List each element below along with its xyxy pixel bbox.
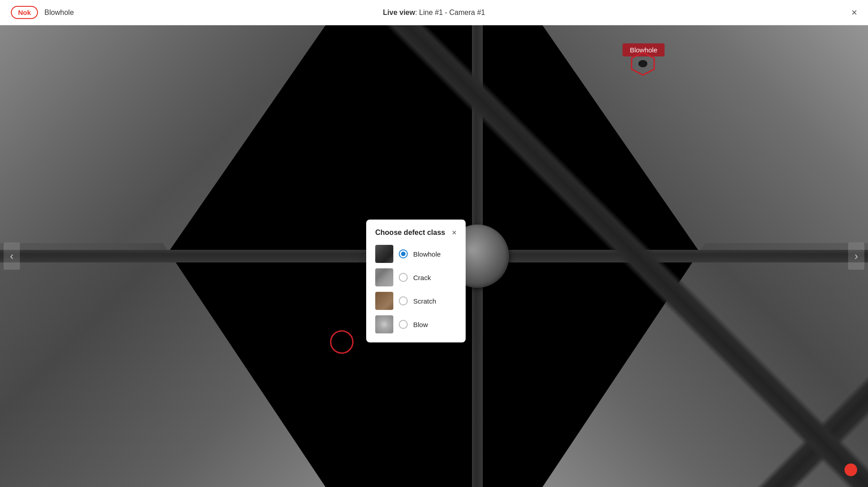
image-area: Blowhole ‹ › Choose defect class × Blowh… (0, 25, 868, 487)
header-left: Nok Blowhole (11, 6, 74, 19)
defect-circle-bottom (330, 330, 354, 354)
option-scratch[interactable]: Scratch (375, 292, 457, 310)
radio-scratch[interactable] (399, 296, 408, 305)
label-blowhole: Blowhole (413, 250, 441, 258)
radio-crack[interactable] (399, 273, 408, 282)
label-scratch: Scratch (413, 297, 436, 305)
label-blow: Blow (413, 321, 428, 328)
thumb-crack (375, 268, 393, 286)
live-view-label: Live view (383, 9, 415, 16)
option-crack[interactable]: Crack (375, 268, 457, 286)
option-blowhole[interactable]: Blowhole (375, 245, 457, 263)
dialog-close-button[interactable]: × (452, 229, 457, 237)
thumb-scratch (375, 292, 393, 310)
camera-label: Line #1 - Camera #1 (417, 9, 485, 16)
defect-dialog: Choose defect class × Blowhole Crack Scr… (366, 220, 466, 342)
metal-panel-bottom-right (542, 243, 868, 487)
nok-badge[interactable]: Nok (11, 6, 38, 19)
metal-panel-top-right (542, 25, 868, 260)
radio-blowhole[interactable] (399, 249, 408, 258)
dialog-title: Choose defect class (375, 229, 445, 237)
option-blow[interactable]: Blow (375, 315, 457, 333)
label-crack: Crack (413, 274, 431, 281)
header-defect-label: Blowhole (44, 9, 74, 17)
thumb-blow (375, 315, 393, 333)
close-button[interactable]: × (851, 8, 857, 18)
next-arrow[interactable]: › (848, 243, 864, 270)
prev-arrow[interactable]: ‹ (4, 243, 20, 270)
metal-panel-top-left (0, 25, 326, 260)
blowhole-marker-svg (629, 50, 656, 77)
thumb-blowhole (375, 245, 393, 263)
record-indicator (844, 464, 857, 476)
svg-point-1 (638, 60, 647, 67)
radio-blowhole-inner (401, 252, 406, 256)
header-title: Live view: Line #1 - Camera #1 (383, 9, 485, 17)
metal-panel-bottom-left (0, 243, 326, 487)
dialog-header: Choose defect class × (375, 229, 457, 237)
header: Nok Blowhole Live view: Line #1 - Camera… (0, 0, 868, 25)
radio-blow[interactable] (399, 320, 408, 329)
